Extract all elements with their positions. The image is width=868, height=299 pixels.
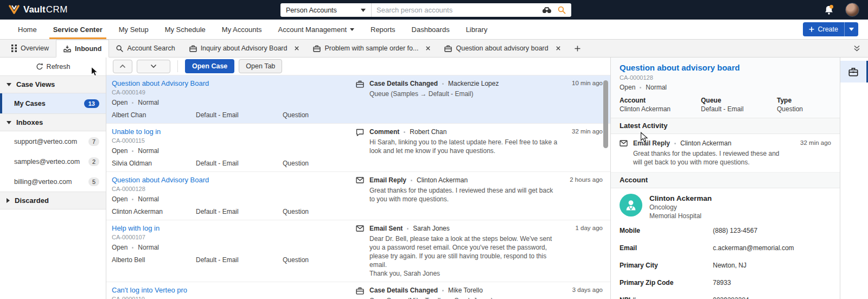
detail-case-title-link[interactable]: Question about advisory board (620, 63, 831, 73)
nav-item-dashboards[interactable]: Dashboards (404, 20, 458, 39)
case-row[interactable]: Question about Advisory Board CA-0000149… (106, 75, 610, 124)
tab-case-question-advisory-board[interactable]: Question about advisory board (437, 40, 567, 57)
activity-kind: Case Details Changed (369, 287, 438, 295)
open-case-button[interactable]: Open Case (185, 59, 234, 73)
chevron-down-icon (7, 121, 11, 124)
close-icon[interactable] (556, 46, 560, 50)
case-queue: Default - Email (196, 256, 283, 264)
nav-label: My Accounts (222, 26, 262, 34)
new-tab-button[interactable] (567, 40, 588, 57)
inbox-icon (63, 45, 71, 53)
case-title-link[interactable]: Question about Advisory Board (112, 79, 356, 88)
dot-separator (132, 199, 133, 200)
nav-item-home[interactable]: Home (10, 20, 45, 39)
section-inboxes[interactable]: Inboxes (0, 113, 106, 131)
case-status: Open (112, 99, 127, 107)
tab-case-inquiry-advisory-board[interactable]: Inquiry about Advisory Board (182, 40, 307, 57)
tab-overview[interactable]: Overview (4, 40, 56, 57)
section-discarded[interactable]: Discarded (0, 192, 106, 209)
refresh-icon (36, 63, 43, 71)
sidebar-item-samples-inbox[interactable]: samples@verteo.com 2 (0, 151, 106, 171)
count-badge: 7 (88, 137, 99, 146)
sidebar-item-label: support@verteo.com (14, 138, 77, 145)
detail-case-id: CA-0000128 (620, 74, 831, 81)
refresh-button[interactable]: Refresh (0, 58, 106, 75)
case-status: Open (112, 147, 127, 155)
case-title-link[interactable]: Can't log into Verteo pro (112, 285, 356, 295)
chevron-down-icon (350, 28, 354, 31)
search-input[interactable] (372, 6, 542, 14)
field-value: Default - Email (701, 105, 777, 113)
user-avatar[interactable] (845, 3, 859, 17)
brand-crm: CRM (46, 4, 68, 15)
sidebar-item-support-inbox[interactable]: support@verteo.com 7 (0, 131, 106, 151)
case-priority: Normal (138, 195, 159, 203)
email-icon (620, 139, 628, 167)
case-contact: Clinton Ackerman (112, 208, 196, 216)
previous-case-button[interactable] (113, 60, 132, 73)
nav-item-account-management[interactable]: Account Management (270, 20, 362, 39)
case-icon (356, 80, 365, 119)
nav-item-my-setup[interactable]: My Setup (111, 20, 157, 39)
case-contact: Alberto Bell (112, 256, 196, 264)
tab-label: Inquiry about Advisory Board (201, 44, 288, 52)
section-case-views[interactable]: Case Views (0, 75, 106, 93)
nav-item-my-schedule[interactable]: My Schedule (157, 20, 214, 39)
notifications-bell-icon[interactable] (824, 4, 834, 16)
close-icon[interactable] (426, 46, 430, 50)
case-type: Question (283, 256, 356, 264)
search-scope-value: Person Accounts (286, 7, 337, 14)
double-chevron-down-icon[interactable] (846, 40, 868, 57)
sidebar-item-billing-inbox[interactable]: billing@verteo.com 5 (0, 171, 106, 192)
tab-inbound[interactable]: Inbound (56, 40, 109, 58)
account-field-row: Primary CityNewton, NJ (611, 257, 840, 275)
open-tab-button[interactable]: Open Tab (239, 59, 282, 73)
search-icon[interactable] (558, 6, 566, 14)
create-dropdown-button[interactable] (844, 22, 858, 36)
case-row[interactable]: Question about Advisory Board CA-0000128… (106, 172, 610, 220)
dot-separator (132, 247, 133, 249)
latest-activity-item[interactable]: Email ReplyClinton Ackerman Great thanks… (611, 134, 840, 173)
search-icon (116, 45, 123, 52)
field-label: Type (777, 97, 831, 104)
nav-item-my-accounts[interactable]: My Accounts (214, 20, 270, 39)
tab-account-search[interactable]: Account Search (109, 40, 182, 57)
case-list-toolbar: Open Case Open Tab (106, 58, 610, 75)
case-row[interactable]: Can't log into Verteo pro CA-0000110 On … (106, 282, 610, 299)
activity-body: Great thanks for the updates. I reviewed… (369, 186, 558, 203)
nav-item-library[interactable]: Library (458, 20, 496, 39)
field-label: Queue (701, 97, 777, 104)
case-title-link[interactable]: Question about Advisory Board (112, 175, 356, 185)
binoculars-icon[interactable] (542, 7, 552, 14)
case-row[interactable]: Unable to log in CA-0000115 OpenNormal S… (106, 124, 610, 172)
vault-v-icon (9, 5, 20, 15)
case-icon (444, 45, 452, 52)
case-icon (313, 45, 321, 52)
nav-label: Library (466, 26, 488, 34)
nav-item-service-center[interactable]: Service Center (45, 20, 111, 39)
case-title-link[interactable]: Unable to log in (112, 127, 356, 136)
field-label: Account (620, 97, 701, 104)
search-scope-select[interactable]: Person Accounts (280, 3, 372, 17)
next-case-button[interactable] (137, 60, 170, 73)
plus-icon (809, 27, 814, 32)
sidebar-item-label: billing@verteo.com (14, 178, 72, 186)
activity-body: Dear Dr. Bell, please take a look at the… (369, 234, 564, 278)
case-id: CA-0000115 (112, 137, 356, 145)
dot-separator (132, 102, 133, 104)
list-scrollbar[interactable] (603, 80, 608, 148)
case-row[interactable]: Help with log in CA-0000107 OpenNormal A… (106, 220, 610, 282)
close-icon[interactable] (295, 46, 299, 50)
case-details-rail-button[interactable] (840, 61, 868, 82)
tab-case-problem-sample-order[interactable]: Problem with sample order fo... (306, 40, 437, 57)
case-title-link[interactable]: Help with log in (112, 224, 356, 233)
create-button[interactable]: Create (803, 22, 844, 36)
nav-item-reports[interactable]: Reports (362, 20, 404, 39)
sidebar-item-my-cases[interactable]: My Cases 13 (0, 93, 106, 113)
case-id: CA-0000110 (112, 295, 356, 299)
activity-actor: Mackenzie Lopez (448, 80, 499, 88)
activity-time: 32 min ago (572, 128, 603, 168)
count-badge: 13 (84, 99, 99, 108)
dot-separator (442, 290, 444, 291)
case-queue: Default - Email (196, 160, 283, 168)
